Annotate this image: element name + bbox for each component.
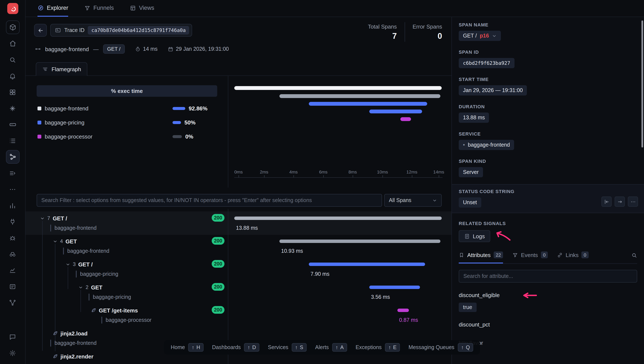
- span-row[interactable]: 3 GET / baggage-pricing 200 7.90 ms: [26, 258, 452, 281]
- flamegraph-canvas[interactable]: 0ms 2ms 4ms 6ms 8ms 10ms 12ms 14ms: [234, 76, 442, 188]
- span-filter-input[interactable]: [37, 194, 382, 207]
- collapse-chevron[interactable]: [78, 285, 83, 290]
- more-options-button[interactable]: [628, 196, 638, 207]
- waterfall-bar[interactable]: [369, 286, 420, 289]
- collapse-chevron[interactable]: [66, 262, 70, 267]
- sidebar-item-more[interactable]: [6, 182, 20, 196]
- span-id-value[interactable]: c6bd2f9f623ba927: [459, 58, 514, 68]
- flame-bar-root[interactable]: [234, 86, 442, 90]
- service-value[interactable]: •baggage-frontend: [459, 140, 514, 150]
- sidebar-item-search[interactable]: [6, 53, 20, 67]
- sidebar-item-workspace[interactable]: [6, 21, 20, 34]
- span-row[interactable]: 4 GET baggage-frontend 200 10.93 ms: [26, 235, 452, 258]
- waterfall-bar[interactable]: [398, 309, 409, 312]
- tab-flamegraph[interactable]: Flamegraph: [36, 62, 88, 76]
- chevron-down-icon: [78, 285, 83, 290]
- span-name[interactable]: GET /get-items: [99, 307, 138, 313]
- annotation-arrow: [494, 230, 512, 241]
- attribute-search-icon[interactable]: [631, 252, 637, 263]
- sidebar-item-exceptions[interactable]: [6, 231, 20, 245]
- leaf-span-icon: [91, 308, 96, 313]
- tab-explorer[interactable]: Explorer: [38, 0, 68, 17]
- tab-views[interactable]: Views: [130, 0, 154, 17]
- trace-id-chip[interactable]: Trace ID ca70b87de04b6a412d15c8791f746a0…: [50, 24, 192, 37]
- attribute-key[interactable]: discount_eligible: [459, 292, 637, 298]
- span-id-label: SPAN ID: [459, 50, 637, 55]
- chevron-down-icon: [66, 262, 70, 267]
- shortcut-services[interactable]: Services↑S: [268, 343, 307, 352]
- sidebar-item-billing[interactable]: [6, 280, 20, 293]
- flame-bar[interactable]: [400, 117, 411, 121]
- annotation-arrow: [522, 292, 537, 298]
- root-operation-chip[interactable]: GET /: [103, 44, 124, 54]
- prev-span-button[interactable]: [602, 196, 612, 207]
- span-row[interactable]: GET /get-items baggage-processor 200 0.8…: [26, 304, 452, 327]
- shortcut-messaging-queues[interactable]: Messaging Queues↑Q: [408, 343, 473, 352]
- tab-events[interactable]: Events 0: [512, 251, 548, 263]
- legend-row[interactable]: baggage-processor 0%: [38, 133, 193, 140]
- leaf-span-icon: [53, 331, 58, 336]
- attribute-key[interactable]: http.flavor: [459, 340, 637, 346]
- document-icon: [464, 233, 470, 239]
- sidebar-item-traces[interactable]: [6, 150, 20, 164]
- span-row[interactable]: 7 GET / baggage-frontend 200 13.88 ms: [26, 212, 452, 235]
- status-code-value: Unset: [459, 197, 481, 208]
- span-scope-select[interactable]: All Spans: [384, 194, 442, 207]
- shortcut-home[interactable]: Home↑H: [171, 343, 204, 352]
- sidebar-item-metrics[interactable]: [6, 199, 20, 212]
- scrollbar[interactable]: [642, 21, 643, 147]
- sidebar-item-span-explorer[interactable]: [6, 247, 20, 261]
- attribute-value[interactable]: true: [459, 303, 476, 312]
- span-service: baggage-processor: [101, 317, 152, 323]
- legend-row[interactable]: baggage-frontend 92.86%: [38, 104, 208, 112]
- shortcut-label: Messaging Queues: [408, 344, 454, 350]
- sidebar-item-home[interactable]: [6, 37, 20, 50]
- sidebar-item-usage[interactable]: [6, 263, 20, 277]
- legend-service-name: baggage-processor: [45, 133, 172, 140]
- sidebar-item-infrastructure[interactable]: [6, 118, 20, 131]
- attribute-search-input[interactable]: [459, 270, 637, 283]
- sidebar-item-dashboards[interactable]: [6, 85, 20, 99]
- span-name[interactable]: GET: [66, 238, 77, 244]
- tab-attributes[interactable]: Attributes 22: [459, 251, 503, 263]
- back-button[interactable]: [34, 24, 47, 37]
- flame-bar[interactable]: [309, 102, 427, 106]
- span-name[interactable]: GET /: [78, 261, 93, 267]
- shortcut-alerts[interactable]: Alerts↑A: [315, 343, 347, 352]
- waterfall-bar[interactable]: [309, 263, 425, 266]
- trace-id-value[interactable]: ca70b87de04b6a412d15c8791f746a0a: [88, 26, 189, 35]
- span-service: baggage-frontend: [50, 340, 96, 346]
- related-logs-button[interactable]: Logs: [459, 230, 490, 242]
- span-row[interactable]: 2 GET baggage-pricing 200 3.56 ms: [26, 281, 452, 304]
- tab-links[interactable]: Links 0: [557, 251, 588, 263]
- collapse-chevron[interactable]: [40, 216, 45, 221]
- waterfall-bar[interactable]: [234, 217, 442, 220]
- shortcut-exceptions[interactable]: Exceptions↑E: [356, 343, 400, 352]
- tab-funnels[interactable]: Funnels: [84, 0, 114, 17]
- next-span-button[interactable]: [614, 196, 625, 207]
- brand-logo[interactable]: [7, 0, 18, 17]
- span-name[interactable]: GET /: [52, 215, 67, 221]
- sidebar-item-logs[interactable]: [6, 134, 20, 147]
- sidebar-item-pipelines[interactable]: [6, 296, 20, 309]
- sidebar-item-integrations[interactable]: [6, 215, 20, 228]
- status-badge: 200: [212, 214, 224, 222]
- span-name[interactable]: jinja2.render: [60, 353, 94, 359]
- flame-bar[interactable]: [369, 110, 422, 113]
- sidebar-item-support[interactable]: [6, 330, 20, 343]
- legend-service-name: baggage-pricing: [45, 119, 172, 126]
- sidebar-item-messaging-queues[interactable]: [6, 166, 20, 180]
- sidebar-item-alerts[interactable]: [6, 69, 20, 83]
- span-name[interactable]: GET: [91, 284, 102, 290]
- attribute-key[interactable]: discount_pct: [459, 321, 637, 328]
- shortcut-dashboards[interactable]: Dashboards↑D: [212, 343, 260, 352]
- flame-bar[interactable]: [280, 94, 440, 98]
- collapse-chevron[interactable]: [53, 239, 58, 244]
- span-name-select[interactable]: GET / p16: [459, 31, 501, 41]
- sidebar-item-settings[interactable]: [6, 346, 20, 360]
- span-name[interactable]: jinja2.load: [60, 330, 88, 336]
- waterfall-bar[interactable]: [280, 240, 440, 243]
- sidebar-item-services[interactable]: [6, 101, 20, 115]
- legend-row[interactable]: baggage-pricing 50%: [38, 119, 196, 126]
- shortcut-label: Exceptions: [356, 344, 382, 350]
